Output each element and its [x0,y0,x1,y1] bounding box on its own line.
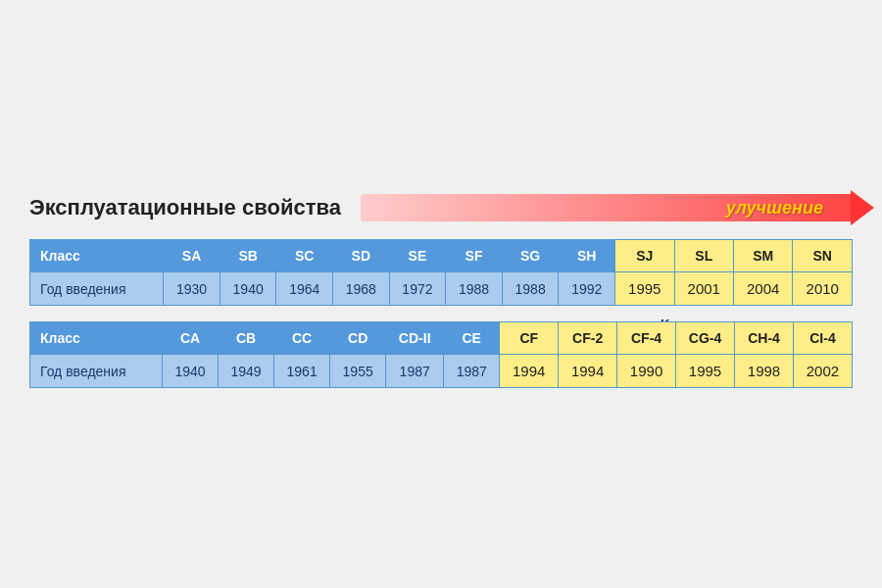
t1-sf: SF [446,240,503,272]
t1-sn: SN [793,240,853,272]
t1-y-sc: 1964 [276,272,333,306]
table1: Класс SA SB SC SD SE SF SG SH SJ SL SM S… [29,239,853,306]
t1-sj: SJ [615,240,674,272]
t2-cf: CF [500,322,559,355]
table2: Класс CA CB CC CD CD-II CE CF CF-2 CF-4 … [29,321,853,388]
t2-cg4: CG-4 [676,322,735,355]
t2-y-cf4: 1990 [617,355,676,388]
t2-ce: CE [444,322,500,355]
t1-y-se: 1972 [389,272,446,306]
t2-y-cg4: 1995 [676,355,735,388]
t1-sm: SM [733,240,792,272]
t2-cf4: CF-4 [617,322,676,355]
t2-y-cf: 1994 [500,355,559,388]
t1-sh: SH [559,240,615,272]
table1-row-class: Класс SA SB SC SD SE SF SG SH SJ SL SM S… [30,240,853,272]
t2-cb: CB [219,322,274,355]
main-container: Эксплуатационные свойства улучшение Клас… [20,171,862,417]
t1-sa: SA [164,240,220,272]
t1-y-sj: 1995 [615,272,674,306]
table2-row-class: Класс CA CB CC CD CD-II CE CF CF-2 CF-4 … [30,322,853,355]
t1-y-sa: 1930 [164,272,220,306]
t1-y-sd: 1968 [333,272,390,306]
table1-row-year: Год введения 1930 1940 1964 1968 1972 19… [30,272,853,306]
t2-ch4: CH-4 [735,322,794,355]
t2-y-cf2: 1994 [559,355,617,388]
table2-row-year: Год введения 1940 1949 1961 1955 1987 19… [30,355,853,388]
t1-label-class: Класс [30,240,164,272]
t1-label-year: Год введения [30,272,164,306]
arrow-label: улучшение [726,198,823,219]
arrow-head-icon [851,190,874,225]
t2-y-cc: 1961 [274,355,330,388]
t2-y-cd2: 1987 [386,355,444,388]
t1-y-sh: 1992 [559,272,615,306]
main-title: Эксплуатационные свойства [29,195,341,220]
t1-y-sl: 2001 [674,272,733,306]
t2-y-ce: 1987 [444,355,500,388]
t1-sl: SL [674,240,733,272]
t2-cd: CD [330,322,386,355]
t1-y-sm: 2004 [733,272,792,306]
t2-y-ci4: 2002 [793,355,852,388]
t1-y-sf: 1988 [446,272,503,306]
header-row: Эксплуатационные свойства улучшение [29,190,853,225]
t1-sc: SC [276,240,333,272]
t1-y-sb: 1940 [220,272,276,306]
t1-sb: SB [220,240,276,272]
t2-cd2: CD-II [386,322,444,355]
t2-ci4: CI-4 [793,322,852,355]
arrow-gradient: улучшение [361,194,853,221]
t2-ca: CA [163,322,219,355]
table1-wrapper: Класс SA SB SC SD SE SF SG SH SJ SL SM S… [29,239,853,306]
t1-sg: SG [502,240,559,272]
t2-label-class: Класс [30,322,163,355]
t2-y-ca: 1940 [163,355,219,388]
t2-y-cd: 1955 [330,355,386,388]
arrow-container: улучшение [361,190,853,225]
t1-sd: SD [333,240,390,272]
t1-se: SE [389,240,446,272]
t2-y-ch4: 1998 [735,355,794,388]
tables-area: Класс SA SB SC SD SE SF SG SH SJ SL SM S… [29,239,853,388]
t1-y-sg: 1988 [502,272,559,306]
t2-cc: CC [274,322,330,355]
t2-y-cb: 1949 [219,355,274,388]
t2-cf2: CF-2 [559,322,617,355]
t2-label-year: Год введения [30,355,163,388]
t1-y-sn: 2010 [793,272,853,306]
table2-wrapper: Класс CA CB CC CD CD-II CE CF CF-2 CF-4 … [29,321,853,388]
